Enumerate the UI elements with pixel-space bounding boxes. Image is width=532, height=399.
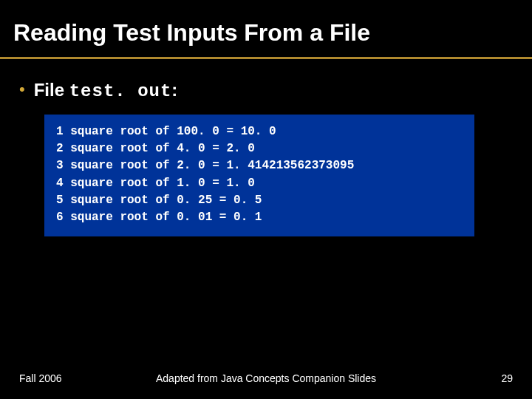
bullet-text: File test. out: xyxy=(34,80,178,101)
code-line: 1 square root of 100. 0 = 10. 0 xyxy=(56,123,463,140)
bullet-suffix: : xyxy=(171,80,177,100)
code-line: 3 square root of 2. 0 = 1. 4142135623730… xyxy=(56,157,463,174)
footer: Fall 2006 Adapted from Java Concepts Com… xyxy=(0,372,532,384)
code-line: 4 square root of 1. 0 = 1. 0 xyxy=(56,175,463,192)
bullet-filename: test. out xyxy=(69,81,172,101)
bullet-prefix: File xyxy=(34,80,69,100)
code-line: 2 square root of 4. 0 = 2. 0 xyxy=(56,140,463,157)
bullet-item: • File test. out: xyxy=(19,80,519,101)
content-area: • File test. out: 1 square root of 100. … xyxy=(0,59,532,236)
slide-title: Reading Test Inputs From a File xyxy=(0,0,532,54)
code-line: 6 square root of 0. 01 = 0. 1 xyxy=(56,209,463,226)
footer-attribution: Adapted from Java Concepts Companion Sli… xyxy=(0,372,532,384)
page-number: 29 xyxy=(501,372,513,384)
bullet-dot-icon: • xyxy=(19,81,25,98)
code-block: 1 square root of 100. 0 = 10. 0 2 square… xyxy=(44,115,474,236)
footer-term: Fall 2006 xyxy=(19,372,62,384)
slide: Reading Test Inputs From a File • File t… xyxy=(0,0,532,399)
code-line: 5 square root of 0. 25 = 0. 5 xyxy=(56,192,463,209)
